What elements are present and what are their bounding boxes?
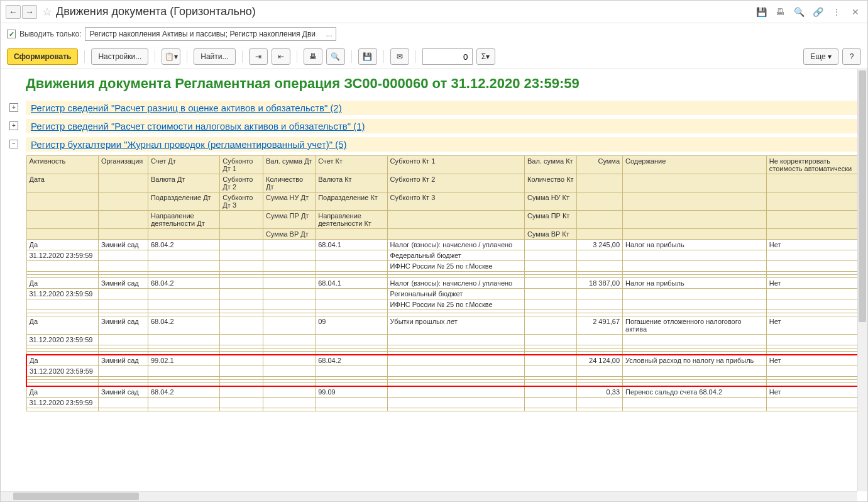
- table-cell: Зимний сад: [98, 278, 148, 289]
- save-button[interactable]: 💾: [358, 48, 377, 65]
- table-cell: Нет: [766, 240, 858, 250]
- table-cell: [316, 250, 387, 261]
- expand-button-s1[interactable]: +: [9, 103, 18, 112]
- table-cell: [766, 211, 858, 229]
- table-cell: [316, 299, 387, 310]
- find-button[interactable]: Найти...: [194, 48, 235, 65]
- table-cell: Сумма ВР Кт: [525, 229, 577, 240]
- form-button[interactable]: Сформировать: [7, 48, 78, 65]
- table-cell: Субконто Кт 3: [387, 192, 524, 211]
- section-link-s2[interactable]: Регистр сведений "Расчет стоимости налог…: [26, 119, 859, 133]
- number-input[interactable]: [422, 48, 473, 65]
- favorite-star-icon[interactable]: ☆: [42, 5, 52, 19]
- table-cell: Субконто Дт 2: [220, 174, 263, 192]
- table-cell: [766, 408, 858, 411]
- nav-back-button[interactable]: ←: [6, 5, 21, 19]
- table-cell: [98, 408, 148, 411]
- table-cell: Региональный бюджет: [387, 289, 524, 299]
- link-icon[interactable]: 🔗: [811, 5, 825, 19]
- help-button[interactable]: ?: [842, 48, 861, 65]
- table-cell: [220, 261, 263, 272]
- print-button[interactable]: 🖶: [304, 48, 322, 65]
- table-cell: [263, 386, 316, 398]
- table-cell: [766, 229, 858, 240]
- table-cell: [263, 250, 316, 261]
- section-link-s1[interactable]: Регистр сведений "Расчет разниц в оценке…: [26, 101, 859, 115]
- table-cell: [525, 398, 577, 408]
- table-cell: [525, 278, 577, 289]
- table-cell: [577, 261, 623, 272]
- content-area: Движения документа Регламентная операция…: [1, 69, 867, 501]
- table-cell: Налог на прибыль: [623, 278, 767, 289]
- close-icon[interactable]: ✕: [849, 5, 862, 19]
- table-cell: [577, 299, 623, 310]
- table-cell: [623, 299, 767, 310]
- filter-input[interactable]: Регистр накопления Активы и пассивы; Рег…: [85, 27, 336, 41]
- table-cell: Зимний сад: [98, 316, 148, 335]
- table-cell: [387, 408, 524, 411]
- filter-checkbox[interactable]: ✓: [7, 30, 16, 38]
- horizontal-scrollbar[interactable]: [1, 491, 857, 501]
- table-cell: 68.04.2: [148, 240, 219, 250]
- table-cell: [220, 250, 263, 261]
- table-cell: [263, 366, 316, 377]
- table-cell: [98, 192, 148, 211]
- expand-button-s2[interactable]: +: [9, 121, 18, 130]
- table-cell: Сумма ВР Дт: [263, 229, 316, 240]
- table-cell: [766, 299, 858, 310]
- settings-button[interactable]: Настройки...: [91, 48, 148, 65]
- nav-forward-button[interactable]: →: [22, 5, 37, 19]
- table-cell: [220, 316, 263, 335]
- document-title: Движения документа Регламентная операция…: [9, 75, 859, 92]
- table-cell: [525, 261, 577, 272]
- save-icon[interactable]: 💾: [754, 5, 768, 19]
- table-cell: [220, 355, 263, 366]
- section-link-s3[interactable]: Регистр бухгалтерии "Журнал проводок (ре…: [26, 137, 859, 152]
- table-cell: [623, 229, 767, 240]
- table-cell: Условный расход по налогу на прибыль: [623, 355, 767, 366]
- table-cell: [525, 355, 577, 366]
- table-cell: [26, 299, 98, 310]
- table-cell: [766, 398, 858, 408]
- table-cell: [387, 211, 524, 229]
- table-cell: [98, 299, 148, 310]
- collapse-button-s3[interactable]: −: [9, 140, 18, 148]
- table-cell: [263, 261, 316, 272]
- table-cell: [766, 192, 858, 211]
- table-cell: [98, 250, 148, 261]
- table-cell: [766, 250, 858, 261]
- print-icon[interactable]: 🖶: [773, 5, 787, 19]
- table-cell: [263, 355, 316, 366]
- table-cell: [148, 408, 219, 411]
- table-cell: [316, 335, 387, 345]
- table-cell: [387, 335, 524, 345]
- table-cell: Да: [26, 278, 98, 289]
- preview-button[interactable]: 🔍: [326, 48, 345, 65]
- table-cell: [263, 299, 316, 310]
- table-cell: 68.04.2: [148, 386, 219, 398]
- table-cell: Счет Дт: [148, 156, 219, 174]
- expand-button[interactable]: ⇥: [249, 48, 268, 65]
- table-cell: [220, 398, 263, 408]
- filter-bar: ✓ Выводить только: Регистр накопления Ак…: [1, 23, 867, 45]
- table-cell: 31.12.2020 23:59:59: [26, 398, 98, 408]
- table-cell: [220, 408, 263, 411]
- sum-button[interactable]: Σ▾: [476, 48, 495, 65]
- more-icon[interactable]: ⋮: [830, 5, 843, 19]
- table-cell: [98, 174, 148, 192]
- table-cell: Организация: [98, 156, 148, 174]
- table-cell: Сумма: [577, 156, 623, 174]
- preview-icon[interactable]: 🔍: [792, 5, 806, 19]
- filter-more-button[interactable]: ...: [326, 30, 332, 38]
- vertical-scrollbar[interactable]: [857, 69, 867, 491]
- table-cell: 3 245,00: [577, 240, 623, 250]
- table-cell: [766, 335, 858, 345]
- paste-button[interactable]: 📋▾: [162, 48, 180, 65]
- collapse-button[interactable]: ⇤: [272, 48, 290, 65]
- more-button[interactable]: Еще ▾: [803, 48, 838, 65]
- table-cell: [623, 289, 767, 299]
- table-cell: Подразделение Кт: [316, 192, 387, 211]
- mail-button[interactable]: ✉: [390, 48, 409, 65]
- table-cell: [577, 335, 623, 345]
- table-cell: Валюта Дт: [148, 174, 219, 192]
